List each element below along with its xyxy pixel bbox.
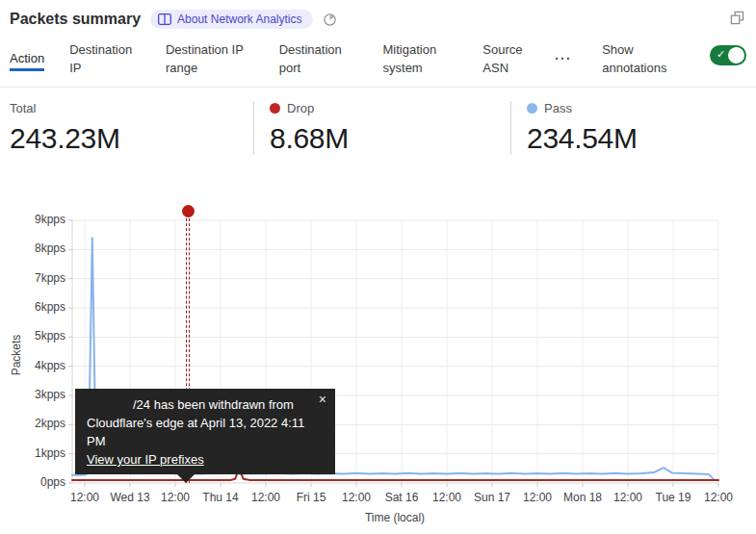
- y-tick-label: 9kpps: [17, 213, 65, 226]
- stats-row: Total 243.23M Drop 8.68M Pass 234.54M: [0, 88, 756, 166]
- time-window-icon[interactable]: [323, 13, 337, 27]
- dimension-tabs: ActionDestination IPDestination IP range…: [0, 29, 756, 88]
- x-tick-label: 12:00: [333, 491, 379, 504]
- stat-pass: Pass 234.54M: [510, 101, 756, 155]
- show-annotations-label: Show annotations: [602, 40, 685, 77]
- stat-total-value: 243.23M: [10, 122, 253, 155]
- x-tick-label: 12:00: [243, 491, 289, 504]
- popout-button[interactable]: [730, 11, 744, 29]
- popout-icon: [730, 11, 744, 29]
- y-tick-label: 0pps: [17, 475, 65, 489]
- book-icon: [158, 13, 171, 25]
- y-tick-label: 5kpps: [17, 329, 65, 343]
- stat-total: Total 243.23M: [0, 101, 253, 155]
- x-tick-label: Thu 14: [197, 491, 244, 504]
- x-tick-label: Sun 17: [469, 491, 515, 504]
- x-tick-label: 12:00: [514, 491, 560, 504]
- drop-legend-dot: [270, 103, 280, 114]
- about-network-analytics-badge[interactable]: About Network Analytics: [150, 10, 312, 29]
- tooltip-text-line2: Cloudflare's edge at April 13, 2022 4:11…: [87, 414, 324, 450]
- show-annotations-toggle[interactable]: ✓: [710, 45, 746, 65]
- x-tick-label: 12:00: [152, 491, 198, 504]
- y-tick-label: 3kpps: [17, 388, 65, 401]
- stat-pass-label: Pass: [544, 101, 572, 115]
- page-title: Packets summary: [10, 11, 141, 28]
- tab-label: Mitigation system: [383, 42, 437, 75]
- y-tick-label: 2kpps: [17, 417, 65, 430]
- tab-label: Destination port: [279, 42, 342, 75]
- view-ip-prefixes-link[interactable]: View your IP prefixes: [87, 450, 204, 469]
- about-badge-label: About Network Analytics: [177, 13, 301, 26]
- x-tick-label: Wed 13: [107, 491, 153, 504]
- x-tick-label: 12:00: [62, 491, 108, 504]
- y-tick-label: 4kpps: [17, 359, 65, 372]
- more-tabs-button[interactable]: ⋯: [554, 51, 571, 66]
- toggle-knob: [728, 47, 744, 64]
- tooltip-text-line1: /24 has been withdrawn from: [87, 395, 324, 414]
- tab-label: Destination IP: [69, 42, 132, 75]
- tab-label: Destination IP range: [166, 42, 244, 75]
- tab-destination-ip-range[interactable]: Destination IP range: [166, 40, 254, 77]
- tab-destination-port[interactable]: Destination port: [279, 40, 358, 77]
- tooltip-close-icon[interactable]: ×: [319, 393, 326, 406]
- stat-drop-value: 8.68M: [270, 122, 510, 155]
- y-tick-label: 7kpps: [17, 271, 65, 285]
- x-tick-label: 12:00: [605, 491, 651, 504]
- stat-total-label: Total: [10, 101, 36, 115]
- tab-mitigation-system[interactable]: Mitigation system: [383, 40, 458, 77]
- y-tick-label: 8kpps: [17, 242, 65, 255]
- tab-label: Action: [10, 51, 44, 71]
- annotation-tooltip: × /24 has been withdrawn from Cloudflare…: [75, 389, 335, 474]
- stat-drop: Drop 8.68M: [253, 101, 510, 155]
- x-tick-label: 12:00: [424, 491, 470, 504]
- y-tick-label: 1kpps: [17, 446, 65, 460]
- tab-action[interactable]: Action: [10, 49, 44, 67]
- tab-destination-ip[interactable]: Destination IP: [69, 40, 141, 77]
- x-axis-title: Time (local): [337, 511, 453, 524]
- x-tick-label: Tue 19: [650, 491, 696, 504]
- pass-legend-dot: [527, 103, 537, 114]
- x-tick-label: Fri 15: [288, 491, 334, 504]
- stat-pass-value: 234.54M: [527, 122, 756, 155]
- x-tick-label: 12:00: [695, 491, 742, 504]
- x-tick-label: Mon 18: [560, 491, 606, 504]
- packets-chart: Packets Time (local) × /24 has been with…: [0, 202, 756, 534]
- annotation-marker-dot[interactable]: [182, 205, 195, 217]
- packets-summary-panel: Packets summary About Network Analytics …: [0, 0, 756, 534]
- toggle-check-icon: ✓: [717, 48, 725, 61]
- tab-label: Source ASN: [482, 42, 522, 75]
- stat-drop-label: Drop: [287, 101, 314, 115]
- panel-header: Packets summary About Network Analytics: [0, 0, 756, 29]
- y-tick-label: 6kpps: [17, 300, 65, 314]
- x-tick-label: Sat 16: [378, 491, 425, 504]
- tooltip-caret: [176, 473, 196, 483]
- tab-source-asn[interactable]: Source ASN: [482, 40, 529, 77]
